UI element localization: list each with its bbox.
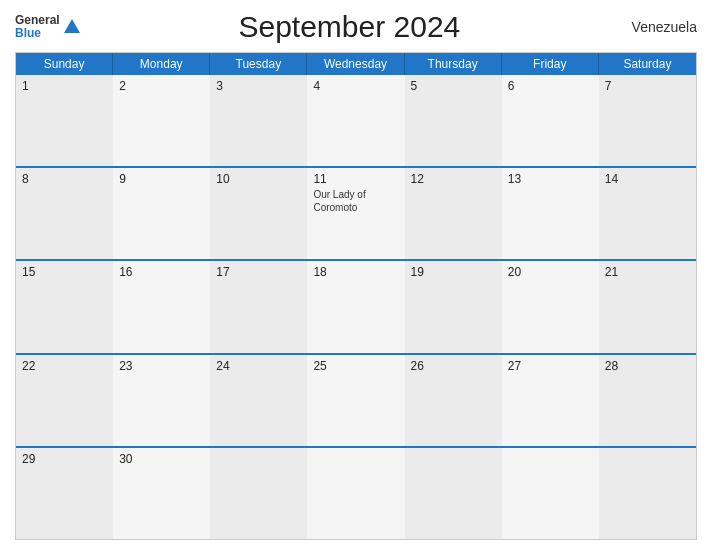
weeks-container: 1234567891011Our Lady of Coromoto1213141… (16, 75, 696, 539)
day-number: 25 (313, 359, 398, 373)
day-cell (502, 448, 599, 539)
day-cell: 3 (210, 75, 307, 166)
day-number: 12 (411, 172, 496, 186)
day-number: 17 (216, 265, 301, 279)
week-row-3: 15161718192021 (16, 259, 696, 352)
day-number: 15 (22, 265, 107, 279)
week-row-5: 2930 (16, 446, 696, 539)
day-cell: 28 (599, 355, 696, 446)
day-cell: 15 (16, 261, 113, 352)
day-cell: 30 (113, 448, 210, 539)
day-cell: 13 (502, 168, 599, 259)
day-number: 29 (22, 452, 107, 466)
day-cell: 8 (16, 168, 113, 259)
day-cell: 27 (502, 355, 599, 446)
event-label: Our Lady of Coromoto (313, 188, 398, 214)
day-cell: 24 (210, 355, 307, 446)
day-number: 4 (313, 79, 398, 93)
day-cell: 5 (405, 75, 502, 166)
calendar-grid: SundayMondayTuesdayWednesdayThursdayFrid… (15, 52, 697, 540)
day-number: 28 (605, 359, 690, 373)
day-cell: 22 (16, 355, 113, 446)
day-number: 23 (119, 359, 204, 373)
day-cell (599, 448, 696, 539)
week-row-1: 1234567 (16, 75, 696, 166)
day-number: 6 (508, 79, 593, 93)
day-header-sunday: Sunday (16, 53, 113, 75)
day-cell: 10 (210, 168, 307, 259)
day-cell: 2 (113, 75, 210, 166)
day-number: 9 (119, 172, 204, 186)
day-cell: 29 (16, 448, 113, 539)
header: General Blue September 2024 Venezuela (15, 10, 697, 44)
day-number: 27 (508, 359, 593, 373)
day-cell (405, 448, 502, 539)
day-number: 24 (216, 359, 301, 373)
day-cell: 16 (113, 261, 210, 352)
day-cell: 25 (307, 355, 404, 446)
day-header-friday: Friday (502, 53, 599, 75)
day-cell: 9 (113, 168, 210, 259)
week-row-4: 22232425262728 (16, 353, 696, 446)
day-cell: 12 (405, 168, 502, 259)
day-number: 16 (119, 265, 204, 279)
day-number: 26 (411, 359, 496, 373)
day-number: 18 (313, 265, 398, 279)
week-row-2: 891011Our Lady of Coromoto121314 (16, 166, 696, 259)
svg-marker-0 (64, 19, 80, 33)
day-header-saturday: Saturday (599, 53, 696, 75)
day-number: 2 (119, 79, 204, 93)
day-cell: 4 (307, 75, 404, 166)
day-cell: 6 (502, 75, 599, 166)
day-number: 8 (22, 172, 107, 186)
day-cell: 18 (307, 261, 404, 352)
day-number: 7 (605, 79, 690, 93)
day-header-monday: Monday (113, 53, 210, 75)
day-header-tuesday: Tuesday (210, 53, 307, 75)
day-number: 13 (508, 172, 593, 186)
day-number: 5 (411, 79, 496, 93)
day-cell: 17 (210, 261, 307, 352)
day-cell (210, 448, 307, 539)
day-header-thursday: Thursday (405, 53, 502, 75)
day-number: 30 (119, 452, 204, 466)
page-title: September 2024 (82, 10, 617, 44)
day-cell (307, 448, 404, 539)
logo-icon (62, 17, 82, 37)
day-cell: 26 (405, 355, 502, 446)
calendar-page: General Blue September 2024 Venezuela Su… (0, 0, 712, 550)
day-number: 19 (411, 265, 496, 279)
day-cell: 20 (502, 261, 599, 352)
day-number: 1 (22, 79, 107, 93)
day-number: 3 (216, 79, 301, 93)
day-number: 21 (605, 265, 690, 279)
day-headers-row: SundayMondayTuesdayWednesdayThursdayFrid… (16, 53, 696, 75)
day-cell: 19 (405, 261, 502, 352)
day-header-wednesday: Wednesday (307, 53, 404, 75)
day-cell: 7 (599, 75, 696, 166)
day-number: 22 (22, 359, 107, 373)
day-number: 10 (216, 172, 301, 186)
day-number: 11 (313, 172, 398, 186)
logo-blue-text: Blue (15, 27, 60, 40)
day-number: 14 (605, 172, 690, 186)
day-cell: 1 (16, 75, 113, 166)
day-number: 20 (508, 265, 593, 279)
day-cell: 23 (113, 355, 210, 446)
day-cell: 14 (599, 168, 696, 259)
day-cell: 11Our Lady of Coromoto (307, 168, 404, 259)
logo: General Blue (15, 14, 82, 40)
country-label: Venezuela (617, 19, 697, 35)
day-cell: 21 (599, 261, 696, 352)
